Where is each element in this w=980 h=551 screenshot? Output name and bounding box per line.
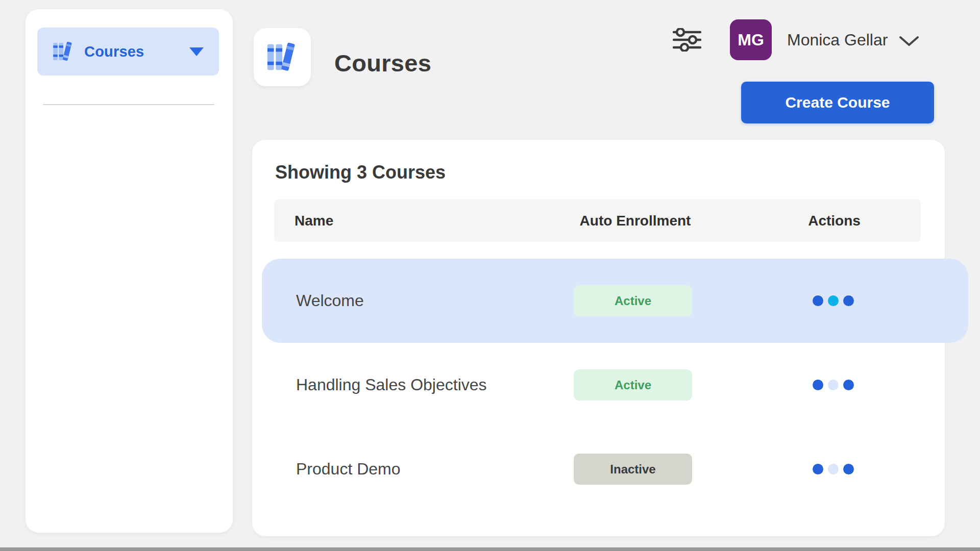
dot-icon [828,464,839,474]
course-name: Product Demo [296,427,401,511]
books-icon [53,41,74,62]
dot-icon [843,295,854,306]
column-header-name: Name [295,199,333,242]
dot-icon [828,380,839,390]
table-header: Name Auto Enrollment Actions [274,199,921,242]
column-header-actions: Actions [802,199,866,242]
page-icon-card [254,28,311,86]
dot-icon [843,380,854,390]
table-row-welcome[interactable]: Welcome Active [252,259,945,343]
sidebar-item-label: Courses [84,43,144,60]
status-badge: Inactive [574,454,692,485]
dot-icon [813,295,823,306]
row-actions-menu-button[interactable] [810,259,856,343]
dot-icon [828,295,839,306]
dot-icon [843,464,854,474]
books-icon [266,41,298,73]
courses-panel: Showing 3 Courses Name Auto Enrollment A… [252,140,945,536]
sidebar-divider [43,104,214,105]
sliders-icon [673,28,701,52]
sidebar: Courses [26,9,233,533]
table-row-product-demo[interactable]: Product Demo Inactive [252,427,945,511]
status-badge: Active [574,285,692,316]
course-name: Welcome [296,259,364,343]
chevron-down-icon [189,47,204,56]
user-menu[interactable]: MG Monica Gellar [730,19,919,60]
row-actions-menu-button[interactable] [810,343,856,427]
course-name: Handling Sales Objectives [296,343,487,427]
create-course-button[interactable]: Create Course [741,82,934,123]
avatar: MG [730,19,772,60]
status-badge: Active [574,369,692,400]
column-header-auto-enrollment: Auto Enrollment [573,199,698,242]
chevron-down-icon [899,36,919,47]
page-title: Courses [334,49,431,77]
dot-icon [813,464,823,474]
courses-count-summary: Showing 3 Courses [275,162,446,183]
sidebar-item-courses[interactable]: Courses [37,28,219,76]
screen-bottom-edge [0,547,980,551]
table-row-handling-sales-objectives[interactable]: Handling Sales Objectives Active [252,343,945,427]
row-actions-menu-button[interactable] [810,427,856,511]
dot-icon [813,380,823,390]
filters-button[interactable] [672,27,702,53]
user-name: Monica Gellar [787,31,888,49]
